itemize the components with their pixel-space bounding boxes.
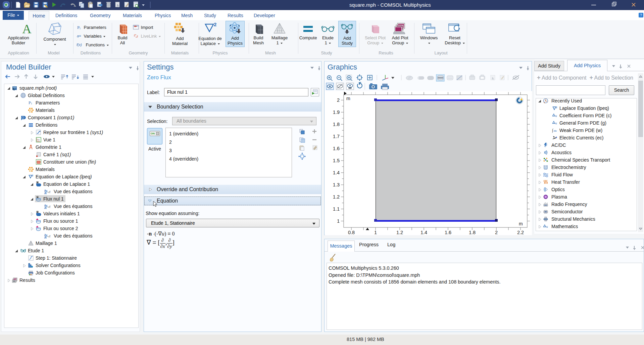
svg-text:A: A (22, 22, 32, 36)
svg-text:2: 2 (556, 106, 557, 109)
svg-text:1: 1 (374, 230, 377, 235)
svg-text:u: u (555, 114, 557, 118)
svg-text:m: m (519, 221, 523, 226)
svg-text:0.8: 0.8 (348, 230, 355, 235)
svg-text:2: 2 (495, 230, 498, 235)
svg-text:du: du (554, 129, 557, 132)
svg-text:1.2: 1.2 (333, 194, 340, 200)
svg-text:1.4: 1.4 (333, 170, 340, 175)
svg-text:1.7: 1.7 (333, 134, 340, 139)
svg-text:2: 2 (337, 97, 340, 103)
svg-text:1.8: 1.8 (469, 230, 476, 235)
svg-text:1.2: 1.2 (396, 230, 403, 235)
svg-text:a=: a= (77, 34, 81, 38)
svg-text:1.9: 1.9 (333, 110, 340, 115)
svg-text:1.6: 1.6 (445, 230, 451, 235)
svg-text:1.4: 1.4 (420, 230, 427, 235)
svg-text:1.5: 1.5 (333, 158, 340, 163)
svg-text:u: u (546, 225, 548, 228)
svg-text:1.1: 1.1 (333, 206, 340, 212)
svg-text:1.3: 1.3 (333, 182, 340, 187)
svg-text:f(x): f(x) (77, 43, 82, 47)
svg-text:Pi: Pi (77, 25, 81, 30)
svg-text:m: m (346, 96, 350, 101)
svg-text:1.6: 1.6 (333, 146, 340, 151)
svg-text:2.2: 2.2 (517, 230, 524, 235)
svg-text:1: 1 (337, 218, 340, 224)
svg-text:1.8: 1.8 (333, 122, 340, 127)
svg-text:u: u (555, 122, 557, 125)
svg-text:2: 2 (214, 21, 216, 27)
